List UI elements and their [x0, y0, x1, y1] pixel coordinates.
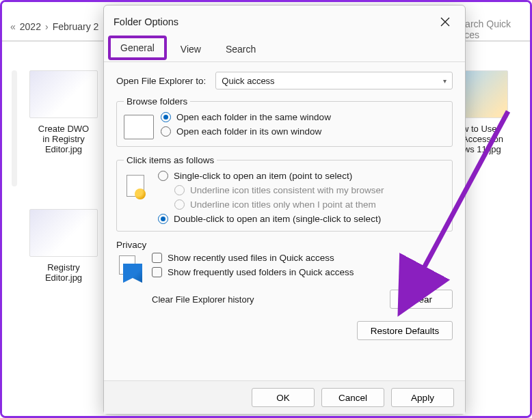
folder-options-dialog: Folder Options General View Search Open …: [103, 5, 466, 415]
close-icon: [440, 17, 450, 27]
scrollbar[interactable]: [12, 70, 17, 186]
chevron-right-icon: ›: [45, 21, 49, 32]
file-name: Create DWO in Registry Editor.jpg: [23, 124, 105, 154]
radio-same-window[interactable]: Open each folder in the same window: [161, 112, 331, 122]
breadcrumb-part[interactable]: 2022: [20, 21, 41, 32]
open-explorer-to-label: Open File Explorer to:: [116, 76, 206, 86]
checkbox-icon: [152, 253, 162, 263]
group-legend: Click items as follows: [124, 155, 217, 165]
tab-page-general: Open File Explorer to: Quick access ▾ Br…: [104, 62, 465, 380]
privacy-icon: [116, 254, 144, 283]
radio-label: Open each folder in its own window: [176, 126, 321, 137]
group-legend: Browse folders: [124, 96, 190, 107]
combo-value: Quick access: [222, 76, 274, 86]
radio-icon: [161, 126, 171, 137]
radio-own-window[interactable]: Open each folder in its own window: [161, 126, 331, 137]
clear-history-label: Clear File Explorer history: [152, 294, 254, 305]
restore-defaults-button[interactable]: Restore Defaults: [357, 321, 453, 340]
privacy-legend: Privacy: [116, 240, 443, 250]
clear-button[interactable]: Clear: [390, 290, 453, 309]
open-explorer-to-combo[interactable]: Quick access ▾: [215, 72, 453, 89]
click-items-group: Click items as follows Single-click to o…: [116, 155, 453, 232]
file-item[interactable]: Registry Editor.jpg: [23, 209, 105, 283]
checkbox-icon: [152, 267, 162, 277]
chevron-left-icon: «: [10, 21, 16, 32]
radio-label: Single-click to open an item (point to s…: [174, 171, 352, 181]
checkbox-frequent-folders[interactable]: Show frequently used folders in Quick ac…: [152, 267, 354, 277]
cancel-button[interactable]: Cancel: [321, 388, 384, 407]
dialog-title: Folder Options: [114, 16, 178, 27]
tab-general[interactable]: General: [108, 36, 167, 60]
apply-button[interactable]: Apply: [391, 388, 454, 407]
file-name: Registry Editor.jpg: [23, 262, 105, 283]
radio-icon: [161, 112, 171, 122]
thumbnail-icon: [29, 209, 98, 257]
radio-label: Double-click to open an item (single-cli…: [174, 214, 381, 224]
radio-label: Open each folder in the same window: [176, 112, 331, 122]
file-item[interactable]: Create DWO in Registry Editor.jpg: [23, 70, 105, 154]
tab-search[interactable]: Search: [213, 38, 268, 61]
radio-icon: [158, 214, 168, 224]
checkbox-recent-files[interactable]: Show recently used files in Quick access: [152, 253, 354, 263]
radio-single-click[interactable]: Single-click to open an item (point to s…: [158, 171, 384, 181]
radio-underline-browser: Underline icon titles consistent with my…: [174, 185, 384, 195]
close-button[interactable]: [435, 12, 455, 32]
radio-icon: [174, 185, 185, 195]
radio-icon: [158, 171, 168, 181]
tab-strip: General View Search: [104, 38, 465, 62]
radio-double-click[interactable]: Double-click to open an item (single-cli…: [158, 214, 384, 224]
dialog-titlebar[interactable]: Folder Options: [104, 5, 465, 38]
chevron-down-icon: ▾: [443, 77, 447, 85]
radio-label: Underline icon titles only when I point …: [190, 199, 376, 210]
pointer-icon: [124, 173, 151, 205]
privacy-section: Privacy Show recently used files in Quic…: [116, 240, 453, 309]
radio-underline-point: Underline icon titles only when I point …: [174, 199, 384, 210]
window-icon: [124, 115, 154, 139]
checkbox-label: Show recently used files in Quick access: [168, 253, 334, 263]
checkbox-label: Show frequently used folders in Quick ac…: [168, 267, 354, 277]
dialog-button-row: OK Cancel Apply: [104, 380, 465, 414]
breadcrumb-part[interactable]: February 2: [53, 21, 99, 32]
radio-label: Underline icon titles consistent with my…: [190, 185, 384, 195]
ok-button[interactable]: OK: [252, 388, 315, 407]
thumbnail-icon: [29, 70, 98, 118]
tab-view[interactable]: View: [168, 38, 213, 61]
radio-icon: [174, 199, 185, 210]
browse-folders-group: Browse folders Open each folder in the s…: [116, 96, 453, 147]
